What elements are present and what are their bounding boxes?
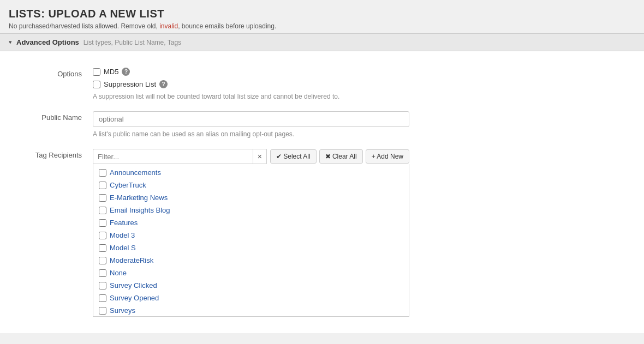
public-name-note: A list's public name can be used as an a… [93, 130, 409, 138]
advanced-options-subtitle: List types, Public List Name, Tags [84, 39, 181, 46]
tag-label[interactable]: Announcements [110, 168, 161, 177]
list-item: Survey Opened [93, 292, 409, 304]
suppression-note: A suppression list will not be counted t… [93, 93, 409, 100]
tag-list-container[interactable]: AnnouncementsCyberTruckE-Marketing NewsE… [93, 164, 409, 317]
tag-checkbox-features[interactable] [99, 219, 106, 227]
tag-checkbox-survey-opened[interactable] [99, 294, 106, 302]
public-name-content: A list's public name can be used as an a… [93, 111, 409, 138]
md5-row: MD5 ? [93, 68, 409, 76]
add-new-button[interactable]: + Add New [366, 149, 409, 164]
tag-checkbox-announcements[interactable] [99, 169, 106, 177]
tag-label[interactable]: ModerateRisk [110, 256, 153, 264]
tag-label[interactable]: E-Marketing News [110, 194, 168, 202]
suppression-row: Suppression List ? [93, 80, 409, 88]
advanced-options-label: Advanced Options [16, 38, 79, 46]
main-content: Options MD5 ? Suppression List ? A suppr… [0, 51, 644, 333]
filter-wrapper: × [93, 149, 267, 164]
clear-all-button[interactable]: ✖ Clear All [319, 149, 363, 164]
tag-checkbox-moderaterisk[interactable] [99, 257, 106, 264]
tag-label[interactable]: Model S [110, 244, 136, 252]
tag-label[interactable]: CyberTruck [110, 181, 146, 189]
filter-area: × ✔ Select All ✖ Clear All + Add New [93, 149, 409, 164]
tag-label[interactable]: None [110, 269, 127, 277]
public-name-input[interactable] [93, 111, 409, 127]
select-all-button[interactable]: ✔ Select All [270, 149, 317, 164]
md5-checkbox[interactable] [93, 68, 100, 76]
tag-label[interactable]: Email Insights Blog [110, 206, 170, 214]
suppression-label[interactable]: Suppression List [104, 80, 156, 88]
tag-label[interactable]: Survey Opened [110, 294, 159, 302]
options-row: Options MD5 ? Suppression List ? A suppr… [0, 62, 644, 106]
suppression-checkbox[interactable] [93, 81, 100, 88]
suppression-help-icon[interactable]: ? [159, 80, 168, 88]
md5-label[interactable]: MD5 [104, 68, 118, 76]
tag-list: AnnouncementsCyberTruckE-Marketing NewsE… [93, 164, 409, 317]
tag-label[interactable]: Features [110, 219, 138, 227]
warning-prefix: No purchased/harvested lists allowed. Re… [9, 22, 159, 30]
tag-checkbox-surveys[interactable] [99, 307, 106, 315]
tag-filter-input[interactable] [93, 150, 253, 164]
tag-checkbox-e-marketing-news[interactable] [99, 194, 106, 202]
tag-label[interactable]: Survey Clicked [110, 281, 157, 289]
public-name-row: Public Name A list's public name can be … [0, 106, 644, 143]
tag-label[interactable]: Model 3 [110, 231, 135, 239]
advanced-options-bar[interactable]: ▾ Advanced Options List types, Public Li… [0, 33, 644, 51]
tag-label[interactable]: Surveys [110, 306, 135, 315]
warning-suffix: , bounce emails before uploading. [178, 22, 276, 30]
md5-help-icon[interactable]: ? [122, 68, 130, 76]
list-item: Surveys [93, 304, 409, 317]
tag-recipients-row: Tag Recipients × ✔ Select All ✖ Clear Al… [0, 143, 644, 322]
list-item: Survey Clicked [93, 279, 409, 292]
list-item: ModerateRisk [93, 254, 409, 267]
tag-checkbox-cybertruck[interactable] [99, 182, 106, 189]
list-item: Model S [93, 242, 409, 254]
tag-buttons: ✔ Select All ✖ Clear All + Add New [269, 149, 409, 164]
tag-checkbox-email-insights-blog[interactable] [99, 207, 106, 214]
tag-checkbox-model-3[interactable] [99, 232, 106, 239]
tag-checkbox-survey-clicked[interactable] [99, 282, 106, 289]
chevron-down-icon: ▾ [9, 39, 12, 46]
options-label: Options [11, 68, 93, 78]
list-item: None [93, 267, 409, 279]
clear-filter-button[interactable]: × [253, 149, 266, 164]
tag-checkbox-model-s[interactable] [99, 244, 106, 252]
tag-checkbox-none[interactable] [99, 269, 106, 277]
list-item: CyberTruck [93, 179, 409, 191]
options-content: MD5 ? Suppression List ? A suppression l… [93, 68, 409, 100]
warning-invalid: invalid [159, 22, 178, 30]
list-item: Email Insights Blog [93, 204, 409, 216]
tag-recipients-content: × ✔ Select All ✖ Clear All + Add New Ann… [93, 149, 409, 317]
list-item: Features [93, 216, 409, 229]
public-name-label: Public Name [11, 111, 93, 122]
tag-recipients-label: Tag Recipients [11, 149, 93, 159]
page-title: LISTS: UPLOAD A NEW LIST [9, 8, 635, 20]
list-item: Model 3 [93, 229, 409, 242]
list-item: E-Marketing News [93, 191, 409, 204]
warning-text: No purchased/harvested lists allowed. Re… [9, 22, 635, 30]
list-item: Announcements [93, 166, 409, 179]
